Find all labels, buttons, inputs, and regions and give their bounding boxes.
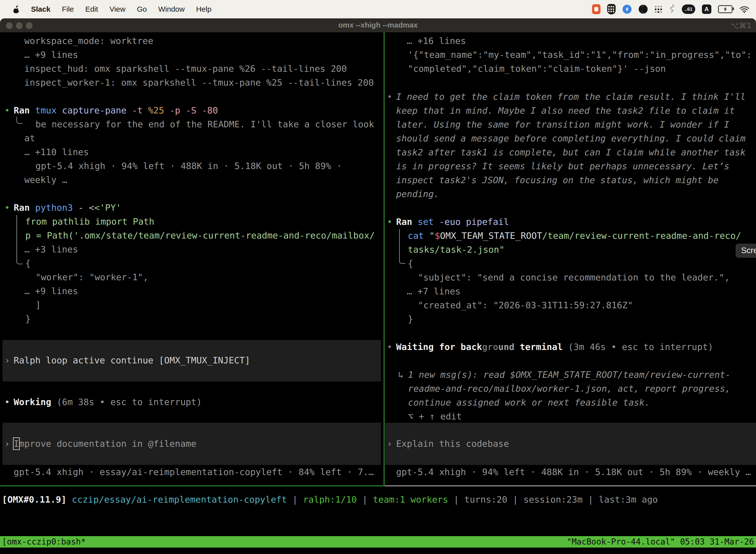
tree-corner <box>399 257 405 264</box>
menu-window[interactable]: Window <box>158 5 185 13</box>
terminal-line: inspect_hud: omx sparkshell --tmux-pane … <box>24 62 347 76</box>
text-segment: } <box>25 314 31 324</box>
terminal-line: inspect task2's JSON, focusing on the st… <box>396 173 718 187</box>
menu-help[interactable]: Help <box>196 5 211 13</box>
text-segment: tasks/task-2.json" <box>408 244 504 255</box>
text-segment: OMX_TEAM_STATE_ROOT <box>440 231 542 241</box>
terminal-line: from pathlib import Path <box>25 215 154 229</box>
tmux-status-bar: [omx-cczip0:bash* "MacBook-Pro-44.local"… <box>0 536 756 548</box>
list-bullet-icon: • <box>387 90 392 104</box>
prompt-placeholder-right: Explain this codebase <box>396 437 509 451</box>
tmux-session-label: [omx-cczip0:bash* <box>2 536 86 548</box>
edit-hint: ⌥ + ↑ edit <box>408 409 462 424</box>
text-segment: 1 new msg(s): read $OMX_TEAM_STATE_ROOT/… <box>408 370 731 380</box>
menu-file[interactable]: File <box>62 5 74 13</box>
terminal-line: Ran python3 - <<'PY' <box>14 201 121 215</box>
text-segment: %25 <box>148 105 170 115</box>
model-status-left: gpt-5.4 xhigh · essay/ai-reimplementatio… <box>14 465 374 479</box>
text-segment: inspect_worker-1: omx sparkshell --tmux-… <box>24 77 374 88</box>
terminal-line: … +7 lines <box>407 284 460 298</box>
terminal-line: } <box>25 312 31 326</box>
ralph-loop-message: Ralph loop active continue [OMX_TMUX_INJ… <box>14 353 250 367</box>
tmux-pane-divider[interactable] <box>384 32 384 486</box>
dots-grid-icon[interactable] <box>654 5 662 13</box>
text-segment: ⌥ + ↑ edit <box>408 411 462 422</box>
model-status-right: gpt-5.4 xhigh · 94% left · 488K in · 5.1… <box>396 465 751 479</box>
terminal-line: at <box>24 131 35 145</box>
terminal-line: Ran set -euo pipefail <box>396 215 509 229</box>
screen-recording-icon[interactable] <box>592 4 601 14</box>
squiggle-icon[interactable] <box>669 4 675 15</box>
text-segment: cczip/essay/ai-reimplementation-copyleft <box>72 494 287 505</box>
terminal-line: inspect_worker-1: omx sparkshell --tmux-… <box>24 76 374 90</box>
text-segment: $ <box>435 231 440 241</box>
tree-corner <box>16 257 22 264</box>
apple-menu-icon[interactable] <box>13 5 20 13</box>
menu-view[interactable]: View <box>109 5 125 13</box>
input-source-icon[interactable]: A <box>702 4 711 14</box>
menu-go[interactable]: Go <box>137 5 147 13</box>
blue-bolt-badge-icon[interactable] <box>622 4 632 14</box>
text-segment: be necessary for the end of the README. … <box>36 119 374 129</box>
text-segment: continue assigned work or next feasible … <box>408 397 650 407</box>
terminal-line: readme-and-reco/mailbox/worker-1.json, a… <box>408 382 731 396</box>
text-segment: workspace_mode: worktree <box>24 36 153 46</box>
list-bullet-icon: • <box>4 201 10 215</box>
badge-61-icon[interactable]: ..61 <box>682 4 695 14</box>
terminal-line: task2 after task1 is complete, but can I… <box>396 146 746 159</box>
terminal-line: "created_at": "2026-03-31T11:59:27.816Z" <box>418 298 633 312</box>
terminal-line: continue assigned work or next feasible … <box>408 396 650 409</box>
text-segment: /team/review-current-readme-and-reco/ <box>542 231 741 241</box>
terminal-line: should send a message before completing … <box>396 131 746 146</box>
tree-corner <box>16 117 22 124</box>
apple-logo-icon <box>13 5 20 13</box>
terminal-line: cat "$OMX_TEAM_STATE_ROOT/team/review-cu… <box>408 229 741 243</box>
text-segment: Ran <box>14 203 35 213</box>
text-segment: <<'PY' <box>89 203 121 213</box>
terminal-line: … +9 lines <box>24 284 78 298</box>
text-segment: "created_at": "2026-03-31T11:59:27.816Z" <box>418 300 633 310</box>
text-segment: "completed","claim_token":"claim-token"}… <box>408 63 666 74</box>
terminal-line: weekly … <box>24 173 67 187</box>
text-segment: (6m 38s • esc to interrupt) <box>51 397 202 407</box>
text-segment: gpt-5.4 xhigh · 94% left · 488K in · 5.1… <box>396 467 751 477</box>
text-segment: Working <box>14 397 51 407</box>
reply-arrow-icon: ↳ <box>398 368 403 382</box>
input-source-label: A <box>702 4 711 14</box>
text-segment: "subject": "send a concise recommendatio… <box>418 272 730 282</box>
terminal-line: is in progress? It seems likely but perh… <box>396 159 730 173</box>
text-segment: { <box>25 258 31 268</box>
text-segment: und <box>498 342 514 352</box>
terminal-line: gpt-5.4 xhigh · 94% left · 488K in · 5.1… <box>36 159 342 173</box>
text-segment: keep that in mind. Maybe I also need the… <box>396 106 735 116</box>
app-menus: SlackFileEditViewGoWindowHelp <box>31 5 223 13</box>
terminal-line: p = Path('.omx/state/team/review-current… <box>25 229 375 242</box>
tree-line <box>16 215 17 257</box>
prompt-caret-icon: › <box>4 353 10 367</box>
menu-edit[interactable]: Edit <box>85 5 98 13</box>
active-pane-border <box>0 486 384 486</box>
text-segment: gro <box>482 342 498 352</box>
terminal-line: { <box>408 257 413 271</box>
text-segment: Explain this codebase <box>396 439 509 449</box>
menu-bar: SlackFileEditViewGoWindowHelp <box>0 0 756 18</box>
text-segment: … +3 lines <box>24 244 78 255</box>
text-segment: … +110 lines <box>24 147 89 157</box>
text-segment: | <box>287 494 303 505</box>
working-status: Working (6m 38s • esc to interrupt) <box>14 395 202 409</box>
text-segment: - <box>78 203 89 213</box>
menu-slack[interactable]: Slack <box>31 5 50 13</box>
battery-icon[interactable] <box>718 5 733 13</box>
text-segment: I <box>14 439 19 449</box>
text-segment: task2 after task1 is complete, but can I… <box>396 147 746 157</box>
text-segment: '{"team_name":"my-team","task_id":"1","f… <box>408 50 752 60</box>
crescent-circle-icon[interactable] <box>638 4 648 14</box>
text-segment: Ran <box>396 217 418 227</box>
wifi-icon[interactable] <box>739 5 750 13</box>
shield-grid-icon[interactable] <box>607 4 616 14</box>
badge-61-label: ..61 <box>682 4 695 14</box>
text-segment: ] <box>36 300 41 310</box>
text-segment: should send a message before completing … <box>396 133 746 144</box>
text-segment: I need to get the claim token from the c… <box>396 92 746 102</box>
text-segment: cat <box>408 231 429 241</box>
